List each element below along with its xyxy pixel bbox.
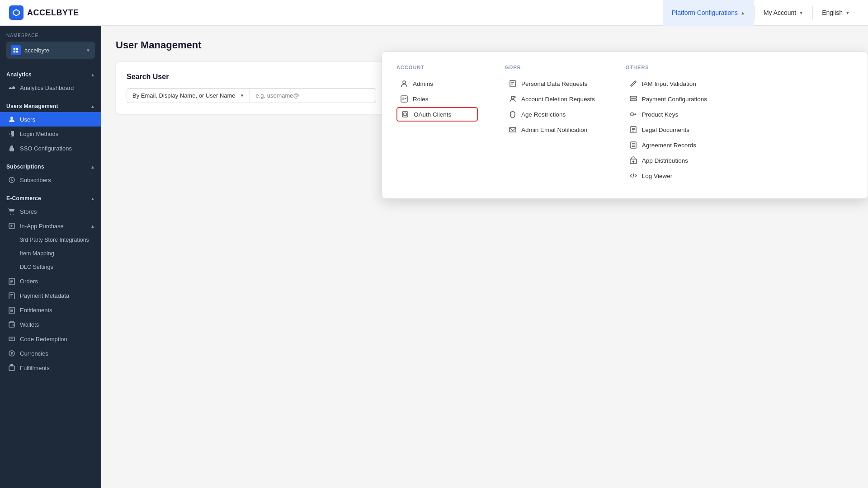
sidebar-item-label: Entitlements (20, 307, 52, 314)
dropdown-item-roles[interactable]: Roles (396, 92, 478, 106)
ecommerce-title: E-Commerce (6, 195, 41, 202)
dropdown-item-label: Log Viewer (642, 173, 672, 179)
dropdown-item-personal-data[interactable]: Personal Data Requests (505, 76, 599, 91)
sidebar-item-3rd-party-store[interactable]: 3rd Party Store Integrations (0, 233, 101, 247)
sidebar-item-label: DLC Settings (20, 264, 53, 270)
namespace-label: NAMESPACE (6, 33, 95, 38)
svg-rect-25 (630, 99, 637, 101)
dropdown-item-account-deletion[interactable]: Account Deletion Requests (505, 92, 599, 106)
sidebar-item-login-methods[interactable]: Login Methods (0, 127, 101, 141)
sidebar-section-users-management: Users Management ▲ Users Login Methods S… (0, 99, 101, 155)
svg-point-26 (630, 113, 633, 116)
search-type-select[interactable]: By Email, Display Name, or User Name ▼ (127, 88, 250, 103)
namespace-selector[interactable]: accelbyte ▼ (6, 42, 95, 59)
language-chevron: ▼ (845, 10, 850, 15)
subscriptions-section-header[interactable]: Subscriptions ▲ (0, 159, 101, 173)
dropdown-item-label: Admins (413, 80, 433, 87)
in-app-purchase-chevron: ▲ (90, 224, 95, 229)
dropdown-item-label: Agreement Records (642, 142, 696, 149)
svg-point-13 (13, 324, 14, 326)
page-title: User Management (116, 39, 854, 51)
svg-rect-1 (16, 48, 18, 50)
sidebar-item-label: Item Mapping (20, 250, 54, 257)
namespace-section: NAMESPACE accelbyte ▼ (0, 26, 101, 63)
sidebar-item-entitlements[interactable]: Entitlements (0, 303, 101, 317)
logo-icon (9, 5, 24, 20)
users-management-title: Users Management (6, 103, 58, 109)
sidebar-item-label: Wallets (20, 321, 39, 328)
users-management-section-header[interactable]: Users Management ▲ (0, 99, 101, 112)
sidebar-item-analytics-dashboard[interactable]: Analytics Dashboard (0, 80, 101, 95)
dropdown-item-label: Product Keys (642, 111, 678, 118)
sidebar-item-subscribers[interactable]: Subscribers (0, 173, 101, 187)
sidebar-item-wallets[interactable]: Wallets (0, 317, 101, 332)
svg-rect-23 (509, 127, 516, 132)
sidebar-item-label: Subscribers (20, 177, 51, 183)
dropdown-item-agreement-records[interactable]: Agreement Records (626, 138, 711, 152)
dropdown-item-label: Account Deletion Requests (521, 96, 595, 103)
svg-rect-19 (402, 112, 408, 117)
sidebar-item-label: Analytics Dashboard (20, 84, 74, 91)
svg-rect-21 (510, 80, 515, 87)
dropdown-item-log-viewer[interactable]: Log Viewer (626, 169, 711, 183)
sidebar-item-label: In-App Purchase (20, 223, 64, 230)
dropdown-item-label: App Distributions (642, 157, 688, 164)
subscriptions-title: Subscriptions (6, 164, 44, 170)
sidebar-item-in-app-purchase[interactable]: In-App Purchase ▲ (0, 219, 101, 233)
sidebar-item-stores[interactable]: Stores (0, 204, 101, 219)
dropdown-item-label: Personal Data Requests (521, 80, 587, 87)
dropdown-item-iam-input[interactable]: IAM Input Validation (626, 76, 711, 91)
sidebar-item-dlc-settings[interactable]: DLC Settings (0, 260, 101, 274)
search-user-title: Search User (127, 73, 376, 81)
account-col-title: ACCOUNT (396, 65, 478, 70)
dropdown-item-product-keys[interactable]: Product Keys (626, 107, 711, 122)
platform-config-button[interactable]: Platform Configurations ▲ (663, 0, 754, 26)
svg-rect-2 (14, 51, 15, 52)
dropdown-others-col: OTHERS IAM Input Validation Payment Conf… (626, 65, 711, 184)
sidebar-section-analytics: Analytics ▲ Analytics Dashboard (0, 67, 101, 95)
dropdown-item-oauth-clients[interactable]: OAuth Clients (396, 107, 478, 122)
dropdown-item-admins[interactable]: Admins (396, 76, 478, 91)
my-account-button[interactable]: My Account ▼ (755, 0, 812, 26)
others-col-title: OTHERS (626, 65, 711, 70)
dropdown-item-label: Admin Email Notification (521, 127, 587, 133)
main-content: User Management Search User By Email, Di… (101, 26, 868, 488)
sidebar-item-label: Login Methods (20, 131, 58, 137)
svg-rect-5 (9, 148, 14, 151)
svg-rect-24 (630, 96, 637, 98)
svg-point-4 (10, 117, 13, 119)
logo-text: ACCELBYTE (27, 8, 79, 18)
ecommerce-section-header[interactable]: E-Commerce ▲ (0, 191, 101, 204)
sidebar-item-payment-metadata[interactable]: Payment Metadata (0, 288, 101, 303)
body-layout: NAMESPACE accelbyte ▼ Analytics ▲ Analyt… (0, 26, 868, 488)
dropdown-item-app-distributions[interactable]: App Distributions (626, 153, 711, 168)
language-button[interactable]: English ▼ (813, 0, 859, 26)
analytics-section-header[interactable]: Analytics ▲ (0, 67, 101, 80)
svg-rect-16 (9, 366, 14, 371)
top-nav-right: Platform Configurations ▲ My Account ▼ E… (663, 0, 859, 26)
sidebar-item-orders[interactable]: Orders (0, 274, 101, 288)
dropdown-item-label: Age Restrictions (521, 111, 566, 118)
sidebar-item-fulfillments[interactable]: Fulfillments (0, 361, 101, 375)
dropdown-account-col: ACCOUNT Admins Roles (396, 65, 478, 184)
sidebar-item-label: Fulfillments (20, 365, 50, 371)
sidebar-item-sso-configurations[interactable]: SSO Configurations (0, 141, 101, 155)
analytics-chevron-icon: ▲ (90, 72, 95, 77)
app-logo: ACCELBYTE (9, 5, 79, 20)
dropdown-item-legal-documents[interactable]: Legal Documents (626, 122, 711, 137)
platform-config-dropdown: ACCOUNT Admins Roles (382, 52, 868, 199)
sidebar-item-users[interactable]: Users (0, 112, 101, 127)
dropdown-item-payment-config[interactable]: Payment Configurations (626, 92, 711, 106)
search-input[interactable] (250, 88, 376, 103)
search-type-label: By Email, Display Name, or User Name (132, 92, 236, 99)
search-row: By Email, Display Name, or User Name ▼ (127, 88, 376, 103)
sidebar-item-item-mapping[interactable]: Item Mapping (0, 247, 101, 260)
sidebar: NAMESPACE accelbyte ▼ Analytics ▲ Analyt… (0, 26, 101, 488)
sidebar-item-code-redemption[interactable]: Code Redemption (0, 332, 101, 346)
dropdown-item-age-restrictions[interactable]: Age Restrictions (505, 107, 599, 122)
sidebar-item-currencies[interactable]: Currencies (0, 346, 101, 361)
subscriptions-chevron-icon: ▲ (90, 164, 95, 169)
dropdown-item-label: Payment Configurations (642, 96, 707, 103)
namespace-chevron-icon: ▼ (86, 48, 90, 53)
dropdown-item-admin-email[interactable]: Admin Email Notification (505, 122, 599, 137)
